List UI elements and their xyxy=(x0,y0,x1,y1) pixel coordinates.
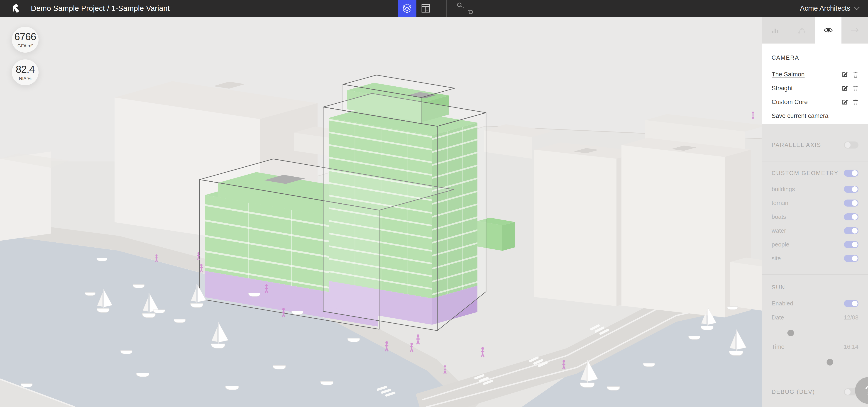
layer-water-label: water xyxy=(772,227,786,234)
slider-knob[interactable] xyxy=(827,359,833,366)
section-divider xyxy=(762,274,868,275)
view-3d-button[interactable] xyxy=(398,0,416,17)
chevron-down-icon xyxy=(854,7,860,10)
sun-time-label: Time xyxy=(772,343,784,350)
camera-item-custom-core[interactable]: Custom Core xyxy=(772,99,808,106)
layer-people-toggle[interactable] xyxy=(844,241,859,248)
flow-icon xyxy=(798,26,806,34)
gfa-unit: GFA m² xyxy=(18,43,33,49)
slider-track xyxy=(772,333,858,333)
trash-icon[interactable] xyxy=(852,99,859,106)
custom-geometry-toggle[interactable] xyxy=(844,169,859,177)
layer-boats-label: boats xyxy=(772,213,786,220)
tab-export[interactable] xyxy=(841,17,868,43)
tab-flows[interactable] xyxy=(788,17,815,43)
plan-view-icon xyxy=(421,4,430,13)
custom-geometry-label: CUSTOM GEOMETRY xyxy=(772,170,838,177)
section-divider xyxy=(762,377,868,377)
sun-section: SUN Enabled Date 12/03 Time 16:14 xyxy=(762,280,868,367)
nia-unit: NIA % xyxy=(19,76,32,81)
parallel-axis-label: PARALLEL AXIS xyxy=(772,142,821,148)
camera-header: CAMERA xyxy=(772,55,859,61)
edit-icon[interactable] xyxy=(841,85,848,92)
3d-viewport[interactable] xyxy=(0,17,762,407)
top-bar: Demo Sample Project / 1-Sample Variant xyxy=(0,0,868,17)
camera-section: CAMERA The Salmon Straight Custom Core S… xyxy=(762,43,868,124)
sun-enabled-toggle[interactable] xyxy=(844,300,859,307)
app-logo-icon[interactable] xyxy=(12,3,21,13)
3d-scene xyxy=(0,17,762,407)
view-toolbar xyxy=(398,0,474,17)
camera-item-the-salmon[interactable]: The Salmon xyxy=(772,71,805,78)
sun-date-label: Date xyxy=(772,314,784,321)
gfa-stat-bubble: 6766 GFA m² xyxy=(12,27,38,53)
debug-label: DEBUG (DEV) xyxy=(772,388,815,395)
trash-icon[interactable] xyxy=(852,85,859,92)
sun-time-value: 16:14 xyxy=(844,343,859,350)
sun-date-slider[interactable] xyxy=(772,328,859,337)
logo-glyph xyxy=(12,3,21,13)
edit-icon[interactable] xyxy=(841,99,848,106)
kpi-overlay: 6766 GFA m² 82.4 NIA % xyxy=(12,27,38,85)
toolbar-divider xyxy=(446,0,447,17)
save-current-camera-button[interactable]: Save current camera xyxy=(772,109,859,123)
gfa-value: 6766 xyxy=(14,31,36,43)
nia-stat-bubble: 82.4 NIA % xyxy=(12,59,38,85)
edit-icon[interactable] xyxy=(841,71,848,78)
sun-enabled-label: Enabled xyxy=(772,300,793,307)
plan-view-button[interactable] xyxy=(416,0,435,17)
breadcrumb-title: Demo Sample Project / 1-Sample Variant xyxy=(31,4,169,13)
nia-value: 82.4 xyxy=(16,63,35,75)
slider-track xyxy=(772,362,858,362)
sun-date-value: 12/03 xyxy=(844,314,859,321)
layer-site-toggle[interactable] xyxy=(844,255,859,262)
camera-row: Straight xyxy=(772,82,859,95)
layer-buildings-toggle[interactable] xyxy=(844,186,859,193)
debug-section: DEBUG (DEV) xyxy=(762,385,868,399)
camera-row: The Salmon xyxy=(772,68,859,82)
layer-site-label: site xyxy=(772,255,781,262)
custom-geometry-section: CUSTOM GEOMETRY buildings terrain boats … xyxy=(762,166,868,265)
arrow-right-icon xyxy=(851,27,859,33)
account-menu[interactable]: Acme Architects xyxy=(800,0,860,17)
sun-time-slider[interactable] xyxy=(772,357,859,367)
account-name: Acme Architects xyxy=(800,4,850,12)
layer-terrain-label: terrain xyxy=(772,199,788,207)
sun-header: SUN xyxy=(772,284,785,291)
layer-boats-toggle[interactable] xyxy=(844,213,859,220)
measure-icon xyxy=(456,2,474,15)
cube-3d-icon xyxy=(402,3,412,13)
camera-row: Custom Core xyxy=(772,95,859,109)
slider-knob[interactable] xyxy=(787,330,794,336)
tab-statistics[interactable] xyxy=(762,17,788,43)
measure-tool-button[interactable] xyxy=(456,2,474,15)
tab-visibility[interactable] xyxy=(815,17,842,43)
right-panel: CAMERA The Salmon Straight Custom Core S… xyxy=(762,17,868,407)
layer-buildings-label: buildings xyxy=(772,186,795,193)
layer-terrain-toggle[interactable] xyxy=(844,199,859,207)
layer-people-label: people xyxy=(772,241,789,248)
parallel-axis-section: PARALLEL AXIS xyxy=(762,138,868,152)
panel-tabs xyxy=(762,17,868,43)
camera-item-straight[interactable]: Straight xyxy=(772,85,793,92)
parallel-axis-toggle[interactable] xyxy=(844,142,859,149)
trash-icon[interactable] xyxy=(852,71,859,78)
section-divider xyxy=(762,161,868,161)
layer-water-toggle[interactable] xyxy=(844,227,859,234)
eye-icon xyxy=(824,27,833,33)
bar-chart-icon xyxy=(771,27,779,34)
